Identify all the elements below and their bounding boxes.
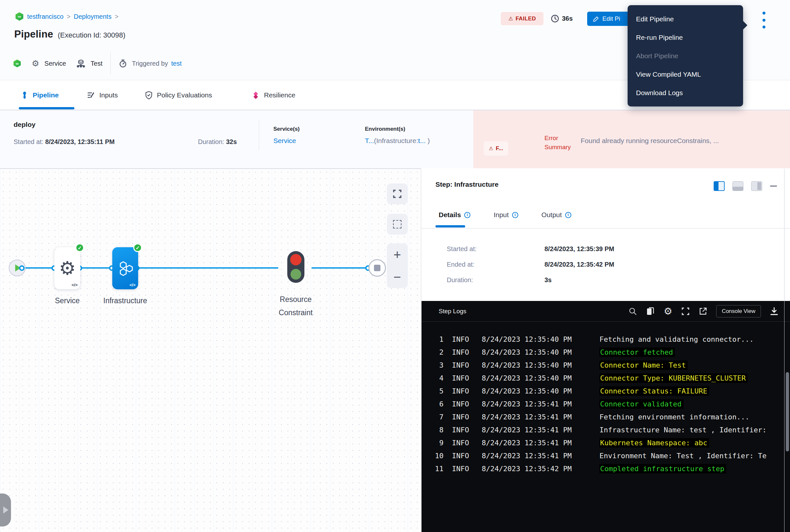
canvas-zoom-controls: + −	[387, 243, 408, 288]
open-in-new-icon[interactable]	[699, 307, 707, 316]
logs-scrollbar-thumb[interactable]	[786, 372, 789, 452]
environment-link[interactable]: T...	[365, 137, 374, 144]
environment-close: )	[426, 137, 430, 144]
download-logs-icon[interactable]	[770, 307, 778, 316]
title-row: Pipeline (Execution Id: 30098)	[14, 28, 126, 40]
stage-title[interactable]: deploy	[14, 121, 36, 129]
resource-constraint-label[interactable]: Resource	[263, 295, 328, 304]
end-node[interactable]	[368, 259, 386, 277]
step-logs-panel: Step Logs ⚙ Console View 1INFO8/24/2023 …	[422, 301, 790, 532]
log-settings-gear-icon[interactable]: ⚙	[663, 306, 672, 316]
tab-policy-evaluations-label: Policy Evaluations	[157, 91, 212, 99]
active-tab-underline	[436, 225, 465, 228]
edge-infrastructure-constraint	[137, 267, 278, 269]
page-scrollbar-track[interactable]	[784, 169, 785, 532]
error-badge-label: F...	[496, 145, 503, 152]
service-name[interactable]: Service	[44, 60, 66, 67]
tab-details[interactable]: Details i	[439, 211, 470, 219]
tabs-divider	[422, 228, 790, 228]
service-link[interactable]: Service	[273, 137, 300, 145]
error-status-badge: ⚠ F...	[484, 141, 508, 156]
fullscreen-icon	[393, 189, 402, 198]
resource-constraint-node[interactable]	[287, 251, 304, 283]
warning-icon: ⚠	[489, 146, 493, 151]
service-node-label[interactable]: Service	[41, 297, 93, 305]
tab-inputs-label: Inputs	[99, 91, 118, 99]
menu-item-rerun-pipeline[interactable]: Re-run Pipeline	[628, 28, 743, 46]
tab-pipeline-label: Pipeline	[33, 91, 59, 99]
services-label: Service(s)	[273, 126, 300, 132]
more-options-kebab-icon[interactable]	[761, 11, 767, 29]
total-duration-value: 36s	[562, 15, 573, 22]
shield-check-icon	[145, 91, 153, 100]
tab-resilience-label: Resilience	[264, 91, 295, 99]
copy-icon[interactable]	[646, 307, 654, 316]
pipeline-graph-canvas[interactable]: ⚙ </> ✓ Service </> ✓ Infrastructure Res…	[0, 168, 421, 532]
started-label: Started at:	[14, 138, 43, 145]
console-view-button[interactable]: Console View	[716, 305, 761, 318]
triggered-by-label: Triggered by	[132, 60, 168, 67]
zoom-in-button[interactable]: +	[393, 248, 401, 261]
edge-start-service	[22, 267, 54, 269]
log-line: 7INFO8/24/2023 12:35:41 PMFetching envir…	[422, 410, 784, 423]
duration-value: 32s	[226, 138, 237, 145]
minimize-panel-icon[interactable]	[770, 186, 777, 187]
log-line: 5INFO8/24/2023 12:35:40 PMConnector Stat…	[422, 384, 784, 397]
tab-details-label: Details	[439, 211, 461, 219]
canvas-fullscreen-button[interactable]	[387, 184, 408, 204]
edge-port	[19, 265, 24, 271]
resource-constraint-label[interactable]: Constraint	[263, 308, 328, 317]
log-fullscreen-icon[interactable]	[681, 307, 690, 316]
inputs-icon	[87, 91, 95, 99]
gear-icon: ⚙	[59, 259, 76, 278]
tab-inputs[interactable]: Inputs	[87, 80, 118, 110]
tab-policy-evaluations[interactable]: Policy Evaluations	[145, 80, 212, 110]
breadcrumb-project-link[interactable]: testfrancisco	[27, 13, 63, 20]
zoom-out-button[interactable]: −	[393, 270, 401, 284]
breadcrumb-separator: >	[66, 13, 71, 20]
menu-item-view-compiled-yaml[interactable]: View Compiled YAML	[628, 65, 743, 83]
log-lines-container[interactable]: 1INFO8/24/2023 12:35:40 PMFetching and v…	[422, 322, 784, 532]
stopwatch-icon	[118, 59, 128, 68]
right-view-icon[interactable]	[751, 181, 762, 191]
field-ended-at: Ended at: 8/24/2023, 12:35:42 PM	[447, 261, 475, 268]
tab-pipeline[interactable]: Pipeline	[21, 80, 59, 110]
menu-item-abort-pipeline: Abort Pipeline	[628, 46, 743, 65]
environments-label: Environment(s)	[365, 126, 430, 132]
bottom-view-icon[interactable]	[732, 181, 744, 191]
traffic-light-red	[290, 254, 302, 265]
step-panel-title: Step: Infrastructure	[436, 180, 499, 188]
tab-output[interactable]: Output i	[542, 211, 571, 219]
pipeline-meta-row: ∞ ⚙ Service Test Triggered by test	[13, 55, 182, 72]
code-glyph: </>	[72, 283, 78, 287]
svg-text:∞: ∞	[16, 61, 18, 66]
environment-infra-prefix: (Infrastructure:	[374, 137, 418, 144]
pencil-icon	[593, 16, 599, 22]
breadcrumb-deployments-link[interactable]: Deployments	[74, 13, 112, 20]
success-check-badge: ✓	[75, 243, 84, 252]
info-icon[interactable]: i	[565, 212, 571, 218]
environment-infra-link[interactable]: t...	[418, 137, 426, 144]
tab-resilience[interactable]: Resilience	[252, 80, 295, 110]
infrastructure-node-label[interactable]: Infrastructure	[90, 297, 161, 305]
menu-item-edit-pipeline[interactable]: Edit Pipeline	[628, 10, 743, 28]
error-summary-text[interactable]: Found already running resourceConstrains…	[581, 137, 786, 145]
expand-panel-handle[interactable]	[0, 494, 11, 527]
triggered-by-user-link[interactable]: test	[171, 60, 181, 67]
tab-input[interactable]: Input i	[494, 211, 518, 219]
canvas-select-button[interactable]	[387, 214, 408, 234]
breadcrumb: ∞ testfrancisco > Deployments >	[15, 12, 118, 21]
stage-duration: Duration: 32s	[198, 138, 237, 146]
info-icon[interactable]: i	[512, 212, 518, 218]
environment-stage-icon	[76, 59, 85, 68]
infrastructure-step-node[interactable]: </> ✓	[112, 247, 138, 289]
services-block: Service(s) Service	[273, 126, 300, 145]
service-step-node[interactable]: ⚙ </> ✓	[54, 247, 80, 289]
search-icon[interactable]	[629, 307, 637, 316]
info-icon[interactable]: i	[464, 212, 470, 218]
status-badge-label: FAILED	[516, 16, 536, 22]
duration-label: Duration:	[198, 138, 224, 145]
split-view-icon[interactable]	[714, 181, 725, 191]
menu-item-download-logs[interactable]: Download Logs	[628, 83, 743, 102]
stage-name[interactable]: Test	[91, 60, 102, 67]
